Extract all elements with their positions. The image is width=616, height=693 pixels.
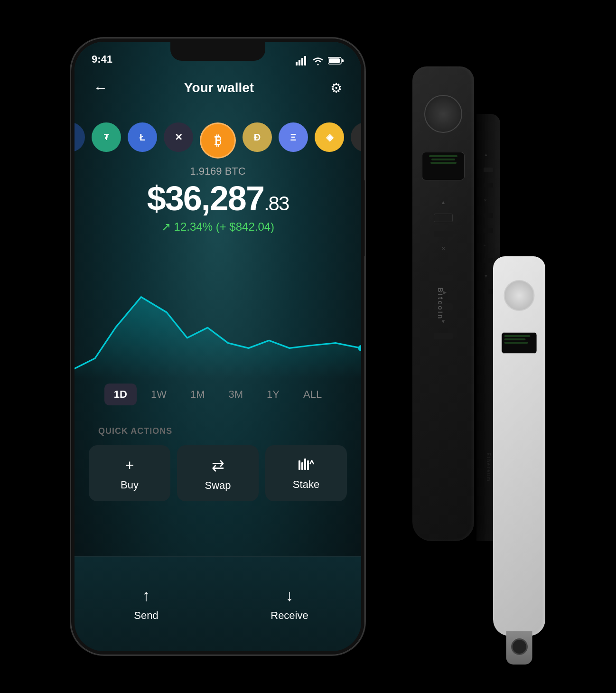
ledger-black-body: ▲ ✕ + ▶ ▼ Bitcoin	[412, 66, 474, 541]
ledger-nano-x-black: ▲ ✕ + ▶ ▼ Bitcoin	[412, 66, 474, 541]
receive-label: Receive	[271, 609, 308, 622]
ledger-nano-s-white	[493, 256, 545, 636]
ledger-black-button	[424, 95, 462, 133]
crypto-amount: 1.9169 BTC	[75, 165, 361, 178]
side-button-power	[364, 180, 365, 256]
svg-rect-2	[301, 58, 303, 66]
battery-icon	[328, 56, 344, 65]
ledger-white-button	[504, 280, 535, 311]
svg-rect-0	[296, 62, 298, 66]
side-button-mute	[71, 133, 71, 171]
time-btn-1m[interactable]: 1M	[181, 384, 215, 405]
chart-section	[75, 246, 361, 379]
svg-rect-6	[329, 58, 340, 63]
time-btn-1d[interactable]: 1D	[104, 384, 137, 405]
receive-icon: ↓	[286, 586, 294, 605]
stake-button[interactable]: Stake	[265, 445, 347, 501]
stake-icon	[298, 457, 315, 474]
buy-icon: +	[125, 457, 134, 474]
send-label: Send	[134, 609, 158, 622]
bottom-bar: ↑ Send ↓ Receive	[75, 556, 361, 651]
quick-actions-label: QUICK ACTIONS	[98, 426, 172, 436]
coin-ethereum[interactable]: Ξ	[279, 122, 308, 152]
coin-dogecoin[interactable]: Ð	[243, 122, 272, 152]
ledger-white-body	[493, 256, 545, 636]
notch	[170, 42, 265, 61]
status-time: 9:41	[92, 53, 112, 66]
status-icons	[296, 56, 344, 66]
balance-section: 1.9169 BTC $36,287.83 ↗ 12.34% (+ $842.0…	[75, 165, 361, 234]
svg-marker-7	[75, 297, 361, 379]
coin-algorand[interactable]: A	[351, 122, 361, 152]
buy-button[interactable]: + Buy	[89, 445, 170, 501]
coin-bnb[interactable]: ◈	[315, 122, 344, 152]
svg-rect-9	[299, 460, 300, 470]
quick-actions: + Buy ⇄ Swap Stake	[89, 445, 347, 501]
swap-label: Swap	[205, 479, 231, 492]
usb-port	[511, 638, 528, 655]
side-button-vol-up	[71, 185, 71, 242]
time-btn-3m[interactable]: 3M	[219, 384, 253, 405]
svg-rect-1	[299, 60, 300, 66]
usd-balance: $36,287.83	[75, 181, 361, 215]
coin-litecoin[interactable]: Ł	[128, 122, 157, 152]
balance-change: ↗ 12.34% (+ $842.04)	[75, 220, 361, 234]
usd-cents: .83	[264, 192, 289, 215]
page-title: Your wallet	[184, 80, 254, 95]
coin-bitcoin[interactable]: ₿	[200, 122, 236, 159]
wifi-icon	[312, 56, 324, 66]
svg-rect-3	[304, 56, 306, 66]
send-button[interactable]: ↑ Send	[75, 557, 218, 651]
ledger-side-label: Ethereum	[486, 452, 491, 482]
time-btn-all[interactable]: ALL	[294, 384, 331, 405]
phone-screen: 9:41	[75, 42, 361, 651]
ledger-black-screen	[422, 152, 465, 180]
price-chart	[75, 246, 361, 379]
signal-icon	[296, 56, 308, 66]
scene: 9:41	[47, 19, 569, 674]
svg-rect-10	[301, 462, 303, 470]
back-button[interactable]: ←	[93, 80, 108, 96]
time-btn-1w[interactable]: 1W	[141, 384, 176, 405]
send-icon: ↑	[142, 586, 150, 605]
header: ← Your wallet ⚙	[75, 70, 361, 101]
coin-tether[interactable]: ₮	[92, 122, 121, 152]
side-button-vol-down	[71, 256, 71, 313]
stake-label: Stake	[293, 478, 319, 491]
usd-main: $36,287	[147, 179, 264, 217]
phone: 9:41	[71, 38, 365, 655]
buy-label: Buy	[121, 479, 139, 491]
coin-other[interactable]: ●	[75, 122, 85, 152]
coin-xrp[interactable]: ✕	[164, 122, 193, 152]
swap-button[interactable]: ⇄ Swap	[177, 445, 259, 501]
time-btn-1y[interactable]: 1Y	[257, 384, 289, 405]
swap-icon: ⇄	[212, 457, 224, 475]
coin-row: ● ₮ Ł ✕ ₿ Ð Ξ ◈ A	[75, 118, 361, 163]
settings-button[interactable]: ⚙	[330, 80, 342, 96]
ledger-side-icons: ▲ ✕ + ▼	[484, 152, 493, 294]
svg-rect-12	[307, 460, 309, 470]
svg-rect-5	[342, 59, 344, 62]
ledger-black-label: Bitcoin	[437, 288, 444, 320]
usb-connector	[506, 631, 532, 665]
svg-rect-11	[304, 459, 306, 470]
time-selector: 1D 1W 1M 3M 1Y ALL	[75, 384, 361, 405]
receive-button[interactable]: ↓ Receive	[218, 557, 361, 651]
